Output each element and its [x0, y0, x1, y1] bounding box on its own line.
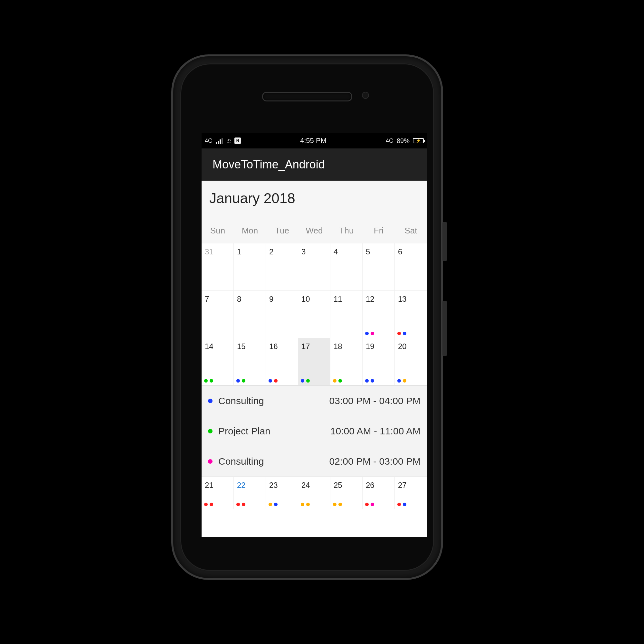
agenda-item[interactable]: Project Plan10:00 AM - 11:00 AM: [202, 416, 427, 446]
calendar-day-cell[interactable]: 18: [330, 338, 363, 385]
event-indicators: [269, 503, 278, 506]
event-indicators: [365, 503, 374, 506]
event-dot-icon: [403, 379, 406, 383]
day-number: 10: [301, 295, 310, 304]
calendar-day-cell[interactable]: 31: [202, 243, 234, 291]
usb-icon: ⎌: [227, 137, 231, 145]
dow-label: Wed: [298, 226, 330, 236]
calendar-day-cell[interactable]: 13: [395, 291, 427, 338]
calendar-day-cell[interactable]: 21: [202, 477, 234, 509]
event-time: 10:00 AM - 11:00 AM: [330, 426, 421, 437]
calendar-day-cell[interactable]: 25: [330, 477, 363, 509]
event-dot-icon: [333, 503, 336, 506]
calendar-day-cell[interactable]: 5: [363, 243, 395, 291]
day-number: 7: [205, 295, 209, 304]
dow-label: Fri: [363, 226, 395, 236]
event-dot-icon: [242, 379, 245, 383]
event-indicators: [397, 379, 406, 383]
event-indicators: [333, 379, 342, 383]
dow-label: Sat: [395, 226, 427, 236]
calendar-day-cell[interactable]: 17: [298, 338, 330, 385]
network-type-label: 4G: [205, 137, 213, 144]
agenda-item[interactable]: Consulting02:00 PM - 03:00 PM: [202, 446, 427, 477]
app-title: MoveToTime_Android: [213, 158, 325, 171]
battery-icon: ⚡: [413, 138, 424, 143]
event-indicators: [301, 379, 310, 383]
day-number: 3: [301, 247, 306, 256]
day-number: 8: [237, 295, 241, 304]
calendar-day-cell[interactable]: 27: [395, 477, 427, 509]
calendar-day-cell[interactable]: 10: [298, 291, 330, 338]
day-number: 24: [301, 481, 310, 490]
calendar-day-cell[interactable]: 7: [202, 291, 234, 338]
calendar-day-cell[interactable]: 19: [363, 338, 395, 385]
day-number: 4: [334, 247, 338, 256]
volume-up-button[interactable]: [442, 222, 447, 261]
calendar-day-cell[interactable]: 11: [330, 291, 363, 338]
calendar-day-cell[interactable]: 23: [266, 477, 298, 509]
calendar-day-cell[interactable]: 2: [266, 243, 298, 291]
event-dot-icon: [242, 503, 245, 506]
network-type-secondary-label: 4G: [386, 137, 393, 144]
day-number: 27: [398, 481, 407, 490]
day-number: 15: [237, 342, 246, 351]
calendar-day-cell[interactable]: 1: [234, 243, 266, 291]
day-of-week-row: SunMonTueWedThuFriSat: [202, 226, 427, 243]
event-dot-icon: [236, 503, 240, 506]
volume-down-button[interactable]: [442, 301, 447, 356]
event-dot-icon: [365, 379, 369, 383]
event-dot-icon: [204, 379, 208, 383]
dow-label: Mon: [234, 226, 266, 236]
day-number: 6: [398, 247, 402, 256]
calendar-day-cell[interactable]: 16: [266, 338, 298, 385]
event-dot-icon: [371, 379, 374, 383]
event-dot-icon: [301, 503, 304, 506]
calendar-day-cell[interactable]: 14: [202, 338, 234, 385]
calendar-day-cell[interactable]: 24: [298, 477, 330, 509]
event-dot-icon: [397, 332, 401, 335]
day-number: 21: [205, 481, 213, 490]
event-title: Consulting: [218, 456, 264, 467]
clock-label: 4:55 PM: [300, 137, 327, 145]
event-dot-icon: [397, 503, 401, 506]
event-dot-icon: [338, 503, 342, 506]
day-number: 1: [237, 247, 241, 256]
status-bar: 4G ⎌ N 4:55 PM 4G 89% ⚡: [202, 133, 427, 148]
day-number: 11: [334, 295, 342, 304]
event-indicators: [204, 379, 213, 383]
event-color-dot-icon: [208, 429, 213, 433]
calendar-day-cell[interactable]: 26: [363, 477, 395, 509]
calendar-day-cell[interactable]: 4: [330, 243, 363, 291]
device-screen: 4G ⎌ N 4:55 PM 4G 89% ⚡ MoveToTime_Andro…: [202, 133, 427, 537]
calendar-day-cell[interactable]: 22: [234, 477, 266, 509]
day-number: 5: [366, 247, 370, 256]
event-time: 03:00 PM - 04:00 PM: [329, 395, 421, 406]
event-indicators: [236, 379, 245, 383]
battery-percent-label: 89%: [397, 137, 410, 145]
calendar-day-cell[interactable]: 3: [298, 243, 330, 291]
event-dot-icon: [210, 379, 213, 383]
event-color-dot-icon: [208, 459, 213, 464]
calendar-day-cell[interactable]: 6: [395, 243, 427, 291]
speaker-grille: [262, 92, 352, 101]
calendar-day-cell[interactable]: 15: [234, 338, 266, 385]
phone-bezel: 4G ⎌ N 4:55 PM 4G 89% ⚡ MoveToTime_Andro…: [180, 63, 434, 571]
event-dot-icon: [301, 379, 304, 383]
agenda-item[interactable]: Consulting03:00 PM - 04:00 PM: [202, 386, 427, 416]
notification-icon: N: [234, 137, 241, 144]
calendar-day-cell[interactable]: 12: [363, 291, 395, 338]
event-dot-icon: [274, 379, 278, 383]
event-dot-icon: [371, 332, 374, 335]
calendar-day-cell[interactable]: 20: [395, 338, 427, 385]
day-number: 9: [269, 295, 273, 304]
day-number: 25: [334, 481, 342, 490]
calendar-grid: 311234567891011121314151617181920Consult…: [202, 243, 427, 509]
event-dot-icon: [210, 503, 213, 506]
event-dot-icon: [403, 503, 406, 506]
month-title[interactable]: January 2018: [209, 190, 427, 206]
calendar-day-cell[interactable]: 9: [266, 291, 298, 338]
event-dot-icon: [403, 332, 406, 335]
phone-frame: 4G ⎌ N 4:55 PM 4G 89% ⚡ MoveToTime_Andro…: [173, 56, 441, 578]
event-color-dot-icon: [208, 399, 213, 403]
calendar-day-cell[interactable]: 8: [234, 291, 266, 338]
